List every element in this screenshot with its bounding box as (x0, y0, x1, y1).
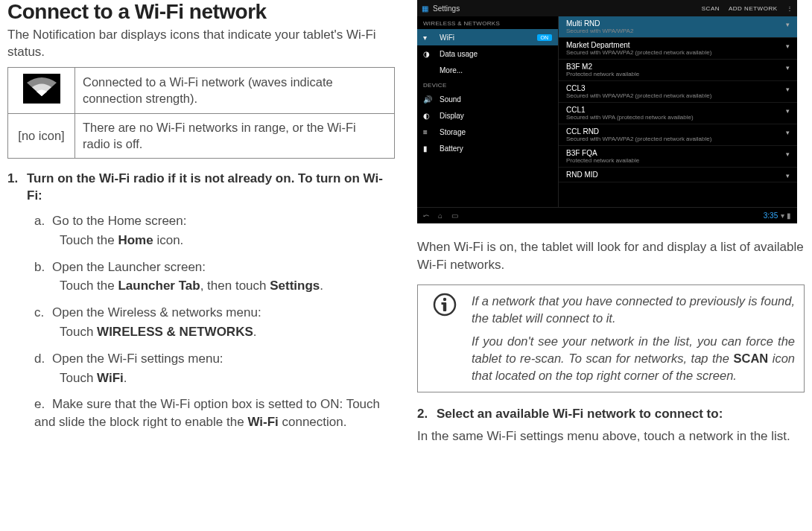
storage-icon: ≡ (423, 128, 434, 136)
sidebar-item-wifi[interactable]: ▾ WiFi ON (417, 29, 558, 45)
step-1-heading: 1. Turn on the Wi-Fi radio if it is not … (7, 171, 395, 205)
step-1c: c.Open the Wireless & networks menu: Tou… (34, 304, 395, 341)
network-item[interactable]: RND MID▾ (559, 168, 797, 182)
signal-icon: ▾ (786, 150, 790, 158)
info-box: If a network that you have connected to … (417, 284, 805, 392)
svg-point-2 (443, 297, 446, 300)
info-icon (433, 293, 457, 317)
wifi-connected-desc: Connected to a Wi-Fi network (waves indi… (75, 67, 395, 113)
network-item[interactable]: Multi RNDSecured with WPA/WPA2▾ (559, 16, 797, 38)
page-title: Connect to a Wi-Fi network (7, 0, 395, 24)
network-item[interactable]: CCL3Secured with WPA/WPA2 (protected net… (559, 81, 797, 103)
back-icon[interactable]: ⤺ (423, 212, 429, 220)
wifi-icon-cell (8, 67, 75, 113)
network-item[interactable]: B3F FQAProtected network available▾ (559, 146, 797, 168)
scan-button[interactable]: SCAN (702, 5, 720, 12)
sidebar-item-more[interactable]: More... (417, 62, 558, 78)
sidebar-item-storage[interactable]: ≡Storage (417, 124, 558, 140)
signal-icon: ▾ (786, 64, 790, 71)
status-wifi-icon: ▾ ▮ (781, 212, 791, 220)
sidebar-item-battery[interactable]: ▮Battery (417, 140, 558, 156)
sidebar-item-display[interactable]: ◐Display (417, 107, 558, 124)
display-icon: ◐ (423, 112, 434, 120)
status-clock: 3:35 (764, 212, 778, 220)
sidebar-item-data-usage[interactable]: ◑Data usage (417, 45, 558, 62)
intro-text: The Notification bar displays icons that… (7, 27, 395, 61)
no-icon-cell: [no icon] (8, 114, 75, 159)
after-screenshot-text: When Wi-Fi is on, the tablet will look f… (417, 238, 805, 274)
wifi-icon: ▾ (423, 34, 434, 42)
signal-icon: ▾ (786, 86, 790, 93)
signal-icon: ▾ (786, 129, 790, 136)
settings-icon: ▦ (422, 4, 428, 13)
category-device: DEVICE (417, 78, 558, 91)
step-2-body: In the same Wi-Fi settings menu above, t… (417, 427, 805, 445)
signal-icon: ▾ (786, 107, 790, 115)
info-p2: If you don't see your network in the lis… (472, 333, 795, 384)
step-2-heading: 2. Select an available Wi-Fi network to … (417, 406, 805, 423)
sidebar-item-sound[interactable]: 🔊Sound (417, 91, 558, 107)
settings-screenshot: ▦ Settings SCAN ADD NETWORK ⋮ WIRELESS &… (417, 0, 797, 223)
network-item[interactable]: CCL RNDSecured with WPA/WPA2 (protected … (559, 124, 797, 146)
sound-icon: 🔊 (423, 95, 434, 104)
info-p1: If a network that you have connected to … (472, 293, 795, 327)
no-wifi-desc: There are no Wi-Fi networks in range, or… (75, 114, 395, 159)
signal-icon: ▾ (786, 21, 790, 28)
wifi-icon (23, 74, 60, 104)
wifi-toggle[interactable]: ON (537, 34, 553, 41)
settings-title: Settings (433, 4, 460, 13)
home-icon[interactable]: ⌂ (438, 212, 443, 220)
signal-icon: ▾ (786, 42, 790, 50)
recent-icon[interactable]: ▭ (451, 212, 458, 220)
menu-icon[interactable]: ⋮ (787, 5, 793, 12)
add-network-button[interactable]: ADD NETWORK (729, 5, 778, 12)
category-wireless: WIRELESS & NETWORKS (417, 16, 558, 29)
signal-icon: ▾ (786, 172, 790, 179)
step-1d: d.Open the Wi-Fi settings menu: Touch Wi… (34, 350, 395, 387)
svg-rect-4 (442, 302, 445, 305)
network-item[interactable]: CCL1Secured with WPA (protected network … (559, 103, 797, 124)
step-1a: a.Go to the Home screen: Touch the Home … (34, 212, 395, 249)
status-icon-table: Connected to a Wi-Fi network (waves indi… (7, 67, 395, 159)
step-1b: b.Open the Launcher screen: Touch the La… (34, 258, 395, 296)
battery-icon: ▮ (423, 144, 434, 153)
step-1e: e.Make sure that the Wi-Fi option box is… (34, 395, 395, 431)
data-icon: ◑ (423, 50, 434, 58)
network-item[interactable]: B3F M2Protected network available▾ (559, 60, 797, 81)
network-item[interactable]: Market DepartmentSecured with WPA/WPA2 (… (559, 38, 797, 60)
